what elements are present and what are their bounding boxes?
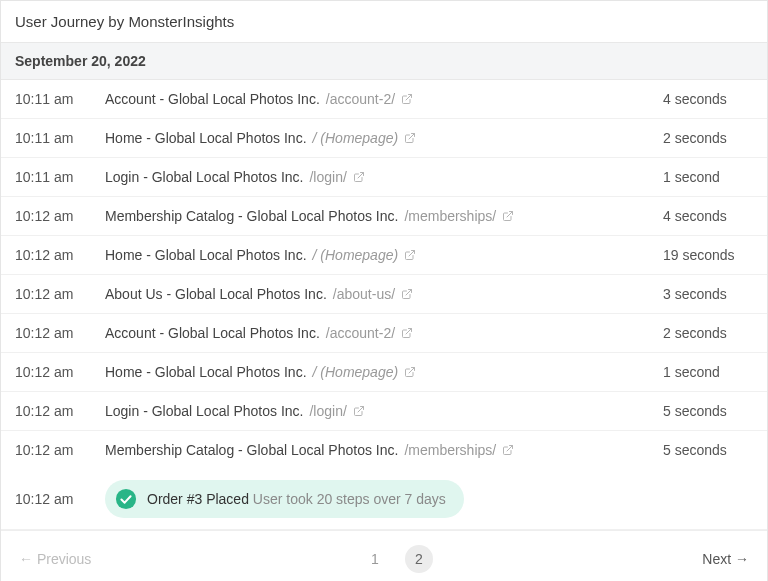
svg-line-3 — [507, 212, 513, 218]
page-number-2[interactable]: 2 — [405, 545, 433, 573]
user-journey-panel: User Journey by MonsterInsights Septembe… — [0, 0, 768, 581]
journey-row: 10:12 amAccount - Global Local Photos In… — [1, 314, 767, 353]
row-page: Home - Global Local Photos Inc. / (Homep… — [105, 364, 663, 380]
order-subtitle: User took 20 steps over 7 days — [253, 491, 446, 507]
row-duration: 4 seconds — [663, 91, 753, 107]
row-time: 10:12 am — [15, 491, 105, 507]
external-link-icon[interactable] — [353, 405, 365, 417]
external-link-icon[interactable] — [401, 327, 413, 339]
row-page: Membership Catalog - Global Local Photos… — [105, 208, 663, 224]
page-title: Home - Global Local Photos Inc. — [105, 247, 307, 263]
row-page: Membership Catalog - Global Local Photos… — [105, 442, 663, 458]
panel-title: User Journey by MonsterInsights — [1, 1, 767, 43]
svg-point-10 — [116, 489, 136, 509]
row-time: 10:12 am — [15, 208, 105, 224]
external-link-icon[interactable] — [502, 444, 514, 456]
page-title: Home - Global Local Photos Inc. — [105, 130, 307, 146]
page-numbers: 12 — [361, 545, 433, 573]
row-time: 10:11 am — [15, 169, 105, 185]
row-duration: 5 seconds — [663, 442, 753, 458]
pagination: ← Previous 12 Next → — [1, 530, 767, 581]
journey-row: 10:11 amAccount - Global Local Photos In… — [1, 80, 767, 119]
journey-row: 10:12 amMembership Catalog - Global Loca… — [1, 197, 767, 236]
page-title: Home - Global Local Photos Inc. — [105, 364, 307, 380]
row-duration: 4 seconds — [663, 208, 753, 224]
journey-row: 10:11 amLogin - Global Local Photos Inc.… — [1, 158, 767, 197]
row-time: 10:12 am — [15, 325, 105, 341]
row-duration: 19 seconds — [663, 247, 753, 263]
journey-row: 10:12 amHome - Global Local Photos Inc. … — [1, 353, 767, 392]
row-page: Home - Global Local Photos Inc. / (Homep… — [105, 247, 663, 263]
page-path: / (Homepage) — [313, 247, 399, 263]
journey-row: 10:12 amHome - Global Local Photos Inc. … — [1, 236, 767, 275]
page-title: Login - Global Local Photos Inc. — [105, 403, 303, 419]
page-path: /memberships/ — [404, 442, 496, 458]
svg-line-4 — [409, 251, 415, 257]
row-time: 10:12 am — [15, 364, 105, 380]
svg-line-7 — [409, 368, 415, 374]
row-duration: 3 seconds — [663, 286, 753, 302]
page-number-1[interactable]: 1 — [361, 545, 389, 573]
external-link-icon[interactable] — [404, 249, 416, 261]
page-title: Membership Catalog - Global Local Photos… — [105, 442, 398, 458]
date-header: September 20, 2022 — [1, 43, 767, 80]
check-circle-icon — [115, 488, 137, 510]
row-time: 10:12 am — [15, 403, 105, 419]
page-path: / (Homepage) — [313, 364, 399, 380]
row-page: Account - Global Local Photos Inc. /acco… — [105, 91, 663, 107]
row-time: 10:11 am — [15, 91, 105, 107]
page-path: /about-us/ — [333, 286, 395, 302]
row-page: Login - Global Local Photos Inc. /login/ — [105, 169, 663, 185]
page-title: Membership Catalog - Global Local Photos… — [105, 208, 398, 224]
order-row: 10:12 am Order #3 Placed User took 20 st… — [1, 469, 767, 530]
row-duration: 2 seconds — [663, 130, 753, 146]
journey-row: 10:11 amHome - Global Local Photos Inc. … — [1, 119, 767, 158]
page-path: /memberships/ — [404, 208, 496, 224]
svg-line-9 — [507, 446, 513, 452]
order-title: Order #3 Placed — [147, 491, 249, 507]
journey-row: 10:12 amMembership Catalog - Global Loca… — [1, 431, 767, 469]
row-duration: 5 seconds — [663, 403, 753, 419]
row-time: 10:12 am — [15, 286, 105, 302]
page-title: About Us - Global Local Photos Inc. — [105, 286, 327, 302]
row-time: 10:12 am — [15, 442, 105, 458]
row-page: Login - Global Local Photos Inc. /login/ — [105, 403, 663, 419]
external-link-icon[interactable] — [404, 132, 416, 144]
page-title: Account - Global Local Photos Inc. — [105, 91, 320, 107]
row-duration: 2 seconds — [663, 325, 753, 341]
external-link-icon[interactable] — [401, 93, 413, 105]
svg-line-8 — [358, 407, 364, 413]
page-title: Account - Global Local Photos Inc. — [105, 325, 320, 341]
row-page: Home - Global Local Photos Inc. / (Homep… — [105, 130, 663, 146]
row-page: About Us - Global Local Photos Inc. /abo… — [105, 286, 663, 302]
svg-line-2 — [358, 173, 364, 179]
journey-row: 10:12 amLogin - Global Local Photos Inc.… — [1, 392, 767, 431]
row-duration: 1 second — [663, 364, 753, 380]
previous-button[interactable]: ← Previous — [19, 551, 91, 567]
order-pill: Order #3 Placed User took 20 steps over … — [105, 480, 464, 518]
page-path: /login/ — [309, 403, 346, 419]
external-link-icon[interactable] — [404, 366, 416, 378]
row-time: 10:12 am — [15, 247, 105, 263]
order-cell: Order #3 Placed User took 20 steps over … — [105, 480, 753, 518]
svg-line-0 — [406, 95, 412, 101]
journey-row: 10:12 amAbout Us - Global Local Photos I… — [1, 275, 767, 314]
row-page: Account - Global Local Photos Inc. /acco… — [105, 325, 663, 341]
page-title: Login - Global Local Photos Inc. — [105, 169, 303, 185]
external-link-icon[interactable] — [401, 288, 413, 300]
page-path: / (Homepage) — [313, 130, 399, 146]
svg-line-5 — [406, 290, 412, 296]
external-link-icon[interactable] — [353, 171, 365, 183]
page-path: /login/ — [309, 169, 346, 185]
svg-line-6 — [406, 329, 412, 335]
external-link-icon[interactable] — [502, 210, 514, 222]
row-time: 10:11 am — [15, 130, 105, 146]
svg-line-1 — [409, 134, 415, 140]
next-button[interactable]: Next → — [702, 551, 749, 567]
page-path: /account-2/ — [326, 325, 395, 341]
row-duration: 1 second — [663, 169, 753, 185]
page-path: /account-2/ — [326, 91, 395, 107]
